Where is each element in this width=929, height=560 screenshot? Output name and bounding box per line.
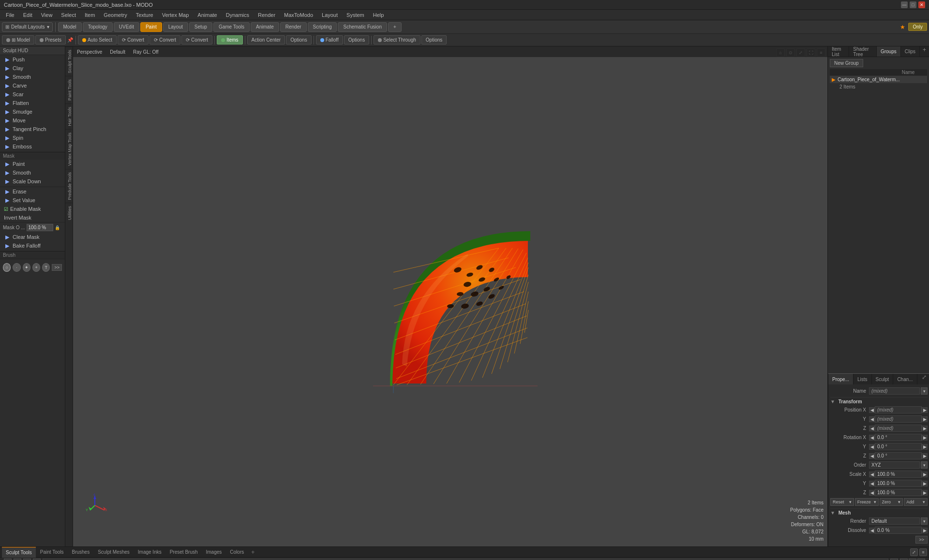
pos-z-right[interactable]: ▶ — [922, 426, 928, 431]
menu-texture[interactable]: Texture — [132, 11, 157, 19]
tool-erase[interactable]: ▶ Erase — [0, 187, 65, 196]
mask-opacity-input[interactable] — [27, 224, 53, 231]
order-arrow[interactable]: ▾ — [921, 461, 928, 469]
rot-z-right[interactable]: ▶ — [922, 453, 928, 459]
rot-y-value[interactable]: 0.0 ° — [875, 443, 922, 450]
menu-layout[interactable]: Layout — [318, 11, 342, 19]
pos-x-left[interactable]: ◀ — [869, 407, 875, 413]
close-button[interactable]: ✕ — [918, 1, 925, 8]
menu-geometry[interactable]: Geometry — [100, 11, 131, 19]
mode-btn[interactable]: ⊞ Model — [2, 35, 34, 44]
render-arrow[interactable]: ▾ — [921, 517, 928, 525]
menu-render[interactable]: Render — [254, 11, 279, 19]
mesh-section[interactable]: ▼ Mesh — [830, 508, 928, 516]
transform-section[interactable]: ▼ Transform — [830, 397, 928, 405]
props-tab-lists[interactable]: Lists — [854, 374, 872, 384]
bottom-tab-sculpt[interactable]: Sculpt Tools — [2, 547, 36, 558]
enable-mask-toggle[interactable]: ☑ Enable Mask — [0, 205, 65, 213]
pos-z-value[interactable]: (mixed) — [875, 425, 922, 432]
freeze-btn[interactable]: Freeze ▾ — [855, 498, 879, 506]
name-arrow[interactable]: ▾ — [921, 387, 928, 395]
bottom-tab-colors[interactable]: Colors — [226, 547, 248, 558]
uvedit-tab[interactable]: UVEdit — [114, 22, 139, 32]
dissolve-value[interactable]: 0.0 % — [875, 527, 922, 534]
tool-tangent-pinch[interactable]: ▶ Tangent Pinch — [0, 125, 65, 133]
convert-btn2[interactable]: ⟳ Convert — [150, 35, 180, 44]
brush-circle-icon[interactable]: ○ — [3, 263, 11, 272]
select-through-btn[interactable]: Select Through — [374, 35, 420, 44]
side-tab-utilities[interactable]: Utilities — [65, 203, 73, 223]
scale-x-left[interactable]: ◀ — [869, 472, 875, 477]
render-value[interactable]: Default — [869, 517, 920, 525]
mask-smooth[interactable]: ▶ Smooth — [0, 168, 65, 177]
brush-more-btn[interactable]: >> — [52, 264, 62, 271]
tool-carve[interactable]: ▶ Carve — [0, 81, 65, 90]
falloff-options-btn[interactable]: Options — [344, 35, 369, 44]
tool-emboss[interactable]: ▶ Emboss — [0, 142, 65, 151]
brush-star-icon[interactable]: ✦ — [23, 263, 30, 272]
tool-scar[interactable]: ▶ Scar — [0, 90, 65, 99]
minimize-button[interactable]: — — [901, 1, 908, 8]
tool-move[interactable]: ▶ Move — [0, 116, 65, 125]
bottom-tab-sculptmeshes[interactable]: Sculpt Meshes — [94, 547, 134, 558]
pin-btn[interactable]: 📌 — [67, 37, 74, 43]
mask-opacity-lock[interactable]: 🔒 — [55, 225, 60, 230]
brush-cross-icon[interactable]: + — [32, 263, 40, 272]
brush-dot-icon[interactable]: · — [13, 263, 20, 272]
side-tab-sculpt[interactable]: Sculpt Tools — [65, 46, 73, 76]
right-tab-add[interactable]: + — [920, 46, 929, 57]
scale-x-right[interactable]: ▶ — [922, 472, 928, 477]
props-tab-sculpt[interactable]: Sculpt — [872, 374, 894, 384]
clear-mask-btn[interactable]: ▶ Clear Mask — [0, 233, 65, 241]
props-tab-chan[interactable]: Chan... — [893, 374, 917, 384]
scale-z-right[interactable]: ▶ — [922, 490, 928, 496]
menu-edit[interactable]: Edit — [19, 11, 36, 19]
bottom-menu-btn[interactable]: ≡ — [919, 548, 927, 556]
action-options-btn[interactable]: Options — [286, 35, 311, 44]
props-tab-properties[interactable]: Prope... — [828, 374, 854, 384]
maximize-button[interactable]: □ — [910, 1, 916, 8]
action-center-btn[interactable]: Action Center — [247, 35, 285, 44]
tool-set-value[interactable]: ▶ Set Value — [0, 196, 65, 205]
bottom-tab-images[interactable]: Images — [202, 547, 226, 558]
menu-select[interactable]: Select — [57, 11, 80, 19]
side-tab-paint[interactable]: Paint Tools — [65, 76, 73, 103]
scale-y-right[interactable]: ▶ — [922, 481, 928, 486]
tool-flatten[interactable]: ▶ Flatten — [0, 99, 65, 107]
right-tab-shadertree[interactable]: Shader Tree — [849, 46, 877, 57]
setup-tab[interactable]: Setup — [189, 22, 212, 32]
zero-btn[interactable]: Zero ▾ — [880, 498, 903, 506]
rot-x-right[interactable]: ▶ — [922, 435, 928, 441]
model-tab[interactable]: Model — [58, 22, 82, 32]
rot-x-left[interactable]: ◀ — [869, 435, 875, 441]
menu-item[interactable]: Item — [81, 11, 99, 19]
animate-tab[interactable]: Animate — [251, 22, 279, 32]
rot-y-right[interactable]: ▶ — [922, 444, 928, 450]
right-tab-clips[interactable]: Clips — [901, 46, 920, 57]
scale-z-value[interactable]: 100.0 % — [875, 489, 922, 496]
tool-smudge[interactable]: ▶ Smudge — [0, 107, 65, 116]
bottom-tab-brushes[interactable]: Brushes — [68, 547, 94, 558]
rot-y-left[interactable]: ◀ — [869, 444, 875, 450]
render-tab[interactable]: Render — [280, 22, 307, 32]
schematic-tab[interactable]: Schematic Fusion — [338, 22, 387, 32]
topology-tab[interactable]: Topology — [83, 22, 113, 32]
scale-y-value[interactable]: 100.0 % — [875, 480, 922, 487]
menu-dynamics[interactable]: Dynamics — [222, 11, 253, 19]
group-item[interactable]: ▶ Cartoon_Piece_of_Waterm... — [830, 76, 927, 83]
menu-system[interactable]: System — [343, 11, 368, 19]
falloff-btn[interactable]: Falloff — [316, 35, 343, 44]
add-tab[interactable]: + — [388, 22, 402, 32]
props-expand-more-btn[interactable]: >> — [915, 536, 928, 544]
dissolve-left[interactable]: ◀ — [869, 528, 875, 533]
dissolve-right[interactable]: ▶ — [922, 528, 928, 533]
menu-file[interactable]: File — [2, 11, 18, 19]
props-expand-btn[interactable]: ⤢ — [919, 374, 929, 384]
pos-z-left[interactable]: ◀ — [869, 426, 875, 431]
tool-spin[interactable]: ▶ Spin — [0, 133, 65, 142]
mask-scale-down[interactable]: ▶ Scale Down — [0, 177, 65, 186]
new-group-button[interactable]: New Group — [830, 59, 863, 67]
pos-y-right[interactable]: ▶ — [922, 416, 928, 422]
convert-btn3[interactable]: ⟳ Convert — [181, 35, 212, 44]
mask-paint[interactable]: ▶ Paint — [0, 160, 65, 168]
